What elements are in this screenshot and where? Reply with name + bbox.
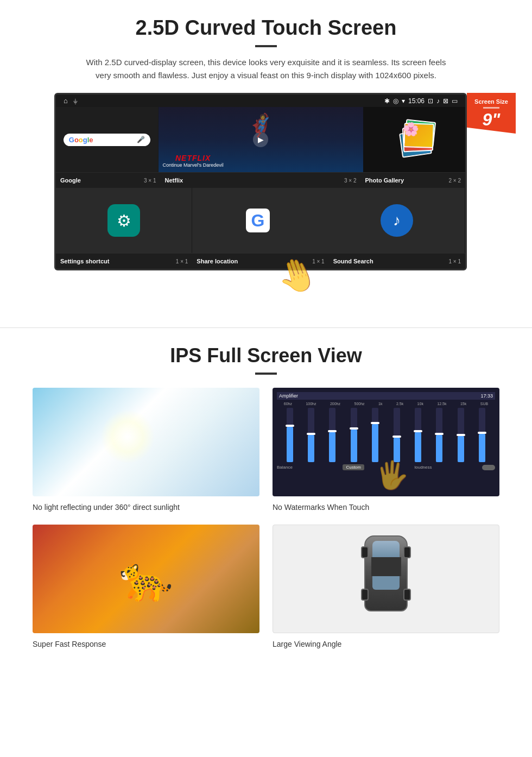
status-bar-right: ✱ ◎ ▾ 15:06 ⊡ ♪ ⊠ ▭ [384, 97, 458, 105]
feature-sunlight: No light reflecting under 360° direct su… [33, 388, 259, 512]
app-grid: Google 🎤 🦸 ▶ NETFLIX [56, 107, 465, 269]
section-curved-screen: 2.5D Curved Touch Screen With 2.5D curve… [0, 0, 532, 317]
volume-icon: ♪ [436, 97, 440, 105]
photo-flower: 🌸 [403, 122, 419, 137]
eq-slider-4[interactable] [351, 408, 357, 462]
sound-name: Sound Search [333, 258, 373, 264]
hand-gesture-area: 🤚 [33, 267, 499, 306]
app-row-1: Google 🎤 🦸 ▶ NETFLIX [56, 107, 465, 173]
mic-icon: 🎤 [137, 136, 145, 143]
eq-loudness-toggle[interactable] [482, 465, 495, 470]
section2-underline [255, 373, 277, 375]
screen-size-badge: Screen Size 9" [467, 93, 516, 134]
eq-header-left: Amplifier [279, 393, 298, 399]
section-ips-screen: IPS Full Screen View No light reflecting… [0, 339, 532, 665]
eq-sliders [277, 408, 495, 462]
eq-labels: 60hz 100hz 200hz 500hz 1k 2.5k 10k 12.5k… [277, 402, 495, 406]
eq-slider-1[interactable] [287, 408, 293, 462]
status-bar: ⌂ ⏚ ✱ ◎ ▾ 15:06 ⊡ ♪ ⊠ ▭ [56, 94, 465, 107]
title-underline [255, 45, 277, 47]
section1-title: 2.5D Curved Touch Screen [33, 16, 499, 40]
netflix-name: Netflix [165, 177, 183, 184]
bluetooth-icon: ✱ [384, 97, 390, 105]
google-label: Google 3 × 1 [56, 175, 161, 185]
google-search-bar[interactable]: Google 🎤 [64, 134, 150, 146]
car-top-image [273, 525, 499, 633]
cheetah-caption: Super Fast Response [33, 640, 259, 648]
features-grid: No light reflecting under 360° direct su… [33, 388, 499, 648]
app-cell-google[interactable]: Google 🎤 [56, 107, 159, 172]
cheetah-image: 🐆 [33, 525, 259, 633]
sound-size: 1 × 1 [448, 258, 461, 264]
screen-size-label: Screen Size [472, 98, 510, 105]
eq-slider-10[interactable] [479, 408, 485, 462]
daredevil-figure: 🦸 [247, 112, 274, 138]
settings-icon: ⚙ [107, 204, 140, 237]
sound-cell-inner: ♪ [329, 188, 465, 253]
eq-balance-label: Balance [277, 465, 293, 470]
cheetah-emoji: 🐆 [119, 553, 173, 604]
eq-slider-3[interactable] [329, 408, 335, 462]
car-wheel-rear-right [403, 589, 411, 601]
eq-slider-5[interactable] [372, 408, 378, 462]
netflix-subtitle: Continue Marvel's Daredevil [163, 162, 224, 168]
location-icon: ◎ [393, 97, 398, 105]
time-display: 15:06 [408, 97, 425, 105]
settings-cell-inner: ⚙ [56, 188, 192, 253]
google-cell-inner: Google 🎤 [56, 107, 159, 172]
section2-title: IPS Full Screen View [33, 344, 499, 367]
google-maps-icon: G [246, 209, 270, 232]
settings-label: Settings shortcut 1 × 1 [56, 256, 192, 266]
section-divider [0, 327, 532, 328]
app-cell-netflix[interactable]: 🦸 ▶ NETFLIX Continue Marvel's Daredevil [159, 107, 363, 172]
app-cell-settings[interactable]: ⚙ [56, 188, 192, 253]
sound-label: Sound Search 1 × 1 [329, 256, 465, 266]
feature-equalizer: Amplifier 17:33 60hz 100hz 200hz 500hz 1… [273, 388, 499, 512]
app-row-2: ⚙ G ♪ [56, 188, 465, 254]
wifi-icon: ▾ [402, 97, 405, 105]
netflix-logo-text: NETFLIX [163, 154, 224, 162]
app-labels-row2: Settings shortcut 1 × 1 Share location 1… [56, 254, 465, 269]
feature-car-top: Large Viewing Angle [273, 525, 499, 648]
eq-slider-8[interactable] [436, 408, 442, 462]
screen-size-value: 9" [483, 110, 501, 129]
app-labels-row1: Google 3 × 1 Netflix 3 × 2 Photo Gallery… [56, 173, 465, 188]
app-cell-share[interactable]: G [192, 188, 328, 253]
eq-slider-6[interactable] [394, 408, 400, 462]
sound-icon: ♪ [381, 204, 413, 237]
equalizer-image: Amplifier 17:33 60hz 100hz 200hz 500hz 1… [273, 388, 499, 496]
google-name: Google [60, 177, 81, 184]
netflix-bg: 🦸 ▶ NETFLIX Continue Marvel's Daredevil [159, 107, 363, 172]
device-mockup: ⌂ ⏚ ✱ ◎ ▾ 15:06 ⊡ ♪ ⊠ ▭ [54, 93, 478, 270]
car-top-view [353, 535, 419, 622]
hand-on-equalizer: 🖐 [375, 459, 409, 491]
car-body [364, 535, 408, 611]
google-size: 3 × 1 [144, 178, 156, 184]
app-cell-sound[interactable]: ♪ [329, 188, 465, 253]
eq-slider-2[interactable] [308, 408, 314, 462]
section1-description: With 2.5D curved-display screen, this de… [81, 56, 451, 82]
sunlight-caption: No light reflecting under 360° direct su… [33, 503, 259, 512]
eq-header: Amplifier 17:33 [277, 392, 495, 400]
eq-slider-7[interactable] [415, 408, 421, 462]
eq-custom-button[interactable]: Custom [343, 464, 364, 470]
badge-bar [483, 107, 499, 109]
usb-icon: ⏚ [73, 97, 78, 105]
home-icon: ⌂ [64, 97, 68, 105]
share-name: Share location [197, 258, 238, 264]
settings-name: Settings shortcut [60, 258, 109, 264]
camera-icon: ⊡ [428, 97, 433, 105]
gallery-name: Photo Gallery [365, 177, 404, 184]
netflix-label: Netflix 3 × 2 [161, 175, 361, 185]
car-wheel-rear-left [361, 589, 369, 601]
gallery-label: Photo Gallery 2 × 2 [361, 175, 466, 185]
eq-loudness-label: loudness [414, 465, 432, 470]
feature-cheetah: 🐆 Super Fast Response [33, 525, 259, 648]
eq-header-right: 17:33 [480, 393, 493, 399]
window-icon: ▭ [452, 97, 458, 105]
app-cell-gallery[interactable]: 🌸 [363, 107, 466, 172]
car-rear-window [372, 576, 400, 590]
close-icon: ⊠ [443, 97, 448, 105]
photo-gallery-inner: 🌸 [363, 107, 466, 172]
eq-slider-9[interactable] [458, 408, 464, 462]
